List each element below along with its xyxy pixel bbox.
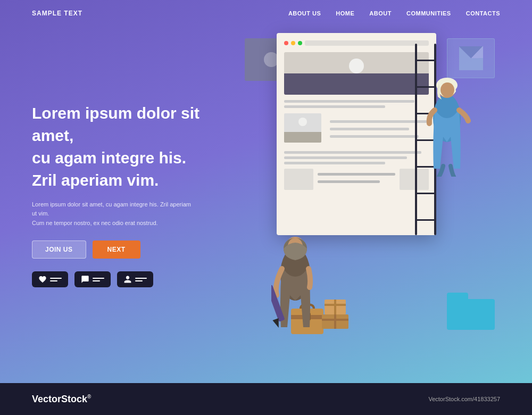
doc-image-circle <box>349 59 364 73</box>
hero-right <box>245 28 500 362</box>
icon-badge-heart[interactable] <box>32 271 68 287</box>
doc-line <box>318 180 380 183</box>
hero-left: Lorem ipsum dolor sit amet,cu agam integ… <box>32 102 245 288</box>
footer-registered: ® <box>87 394 91 400</box>
browser-dot-red <box>284 41 288 45</box>
browser-dot-yellow <box>291 41 295 45</box>
nav-links: ABOUT US HOME ABOUT COMMUNITIES CONTACTS <box>288 10 500 16</box>
nav-brand: SAMPLE TEXT <box>32 10 82 17</box>
join-us-button[interactable]: JOIN US <box>32 240 86 259</box>
badge-line <box>135 278 147 279</box>
doc-line <box>284 100 414 103</box>
doc-bottom-box-1 <box>284 169 313 190</box>
footer-bar: VectorStock® VectorStock.com/41833257 <box>0 383 532 415</box>
footer-logo-text: VectorStock <box>32 394 87 404</box>
doc-hero-image <box>284 52 429 95</box>
nav-link-about-us[interactable]: ABOUT US <box>288 10 321 16</box>
ladder-rung <box>415 193 436 194</box>
next-button[interactable]: NEXT <box>93 240 140 259</box>
nav-link-communities[interactable]: COMMUNITIES <box>406 10 451 16</box>
svg-rect-14 <box>447 293 468 301</box>
person-woman <box>271 226 319 333</box>
doc-line <box>284 151 421 154</box>
doc-line <box>318 173 395 176</box>
doc-bottom-row <box>284 169 429 190</box>
browser-top-bar <box>284 40 429 46</box>
box-stack <box>322 300 348 331</box>
folder-blue-icon <box>447 293 495 330</box>
doc-small-image <box>284 113 321 143</box>
chat-icon <box>81 275 89 284</box>
badge-lines-1 <box>50 278 62 281</box>
btn-group: JOIN US NEXT <box>32 240 245 259</box>
browser-dot-green <box>298 41 302 45</box>
doc-line <box>284 156 407 159</box>
doc-more-lines <box>284 151 429 164</box>
doc-bottom-lines <box>318 169 395 190</box>
badge-line-short <box>135 280 143 281</box>
svg-rect-20 <box>334 300 336 314</box>
doc-line <box>284 162 385 164</box>
person-icon <box>123 275 132 284</box>
hero-subtext: Lorem ipsum dolor sit amet, cu agam inte… <box>32 200 192 228</box>
page-wrapper: SAMPLE TEXT ABOUT US HOME ABOUT COMMUNIT… <box>0 0 532 415</box>
doc-image-text-row <box>284 113 429 147</box>
nav-link-about[interactable]: ABOUT <box>369 10 392 16</box>
doc-content-lines <box>284 100 429 108</box>
browser-url-bar <box>305 40 429 46</box>
doc-line <box>284 105 385 108</box>
hero-section: SAMPLE TEXT ABOUT US HOME ABOUT COMMUNIT… <box>0 0 532 383</box>
hero-content: Lorem ipsum dolor sit amet,cu agam integ… <box>0 17 532 383</box>
svg-point-12 <box>440 82 454 97</box>
man-illustration <box>423 70 471 177</box>
footer-url: VectorStock.com/41833257 <box>428 396 500 402</box>
icon-badge-person[interactable] <box>117 271 153 287</box>
badge-lines-2 <box>93 278 104 281</box>
svg-rect-23 <box>334 314 336 329</box>
badge-lines-3 <box>135 278 147 281</box>
nav-link-contacts[interactable]: CONTACTS <box>466 10 500 16</box>
badge-line <box>93 278 104 279</box>
doc-line <box>330 135 419 138</box>
woman-illustration <box>271 226 319 333</box>
blue-folder <box>447 293 489 325</box>
box-stack-icon <box>322 300 348 329</box>
navbar: SAMPLE TEXT ABOUT US HOME ABOUT COMMUNIT… <box>0 0 532 17</box>
badge-line <box>50 278 62 279</box>
ladder-rung <box>415 60 436 61</box>
badge-line-short <box>50 280 57 281</box>
person-man <box>423 70 471 177</box>
hero-headline: Lorem ipsum dolor sit amet,cu agam integ… <box>32 102 245 192</box>
ladder-rung <box>415 219 436 221</box>
icon-badge-chat[interactable] <box>74 271 111 287</box>
footer-logo: VectorStock® <box>32 394 91 405</box>
icon-badges <box>32 271 245 287</box>
badge-line-short <box>93 280 100 281</box>
pie-chart-icon <box>459 46 483 70</box>
doc-line <box>330 128 409 130</box>
heart-icon <box>38 275 47 284</box>
nav-link-home[interactable]: HOME <box>336 10 354 16</box>
svg-rect-13 <box>447 299 495 330</box>
doc-small-circle <box>298 118 307 126</box>
